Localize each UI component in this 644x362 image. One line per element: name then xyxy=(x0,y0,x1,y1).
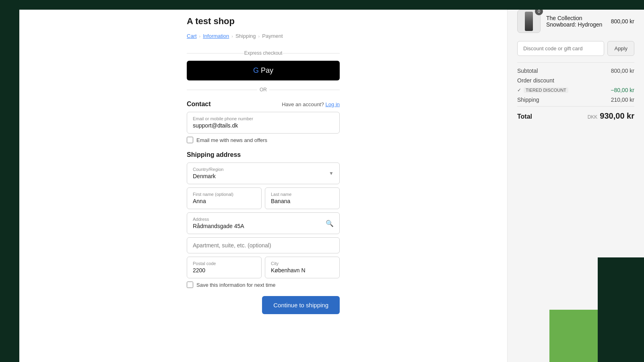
address-input[interactable] xyxy=(193,223,326,229)
first-name-field[interactable]: First name (optional) xyxy=(187,187,262,209)
gpay-g-letter: G xyxy=(253,66,259,75)
address-field[interactable]: Address 🔍 xyxy=(187,212,340,234)
city-field[interactable]: City xyxy=(265,257,340,278)
product-price: 800,00 kr xyxy=(611,18,634,25)
address-field-content: Address xyxy=(193,217,326,230)
shipping-label: Shipping xyxy=(517,97,539,103)
city-label: City xyxy=(271,261,334,266)
discount-row: Apply xyxy=(517,41,634,56)
search-icon: 🔍 xyxy=(326,220,334,227)
shipping-section-header: Shipping address xyxy=(187,151,340,158)
city-input[interactable] xyxy=(271,267,334,274)
shipping-value: 210,00 kr xyxy=(611,97,634,103)
postal-code-field[interactable]: Postal code xyxy=(187,257,262,278)
total-amount-wrap: DKK 930,00 kr xyxy=(588,111,634,121)
country-field[interactable]: Country/Region Denmark ▼ xyxy=(187,162,340,184)
apartment-field[interactable] xyxy=(187,237,340,253)
product-info: The Collection Snowboard: Hydrogen xyxy=(546,15,605,28)
breadcrumb-payment: Payment xyxy=(262,33,283,39)
first-name-input[interactable] xyxy=(193,198,256,204)
contact-section-header: Contact Have an account? Log in xyxy=(187,101,340,108)
breadcrumb-sep-3: › xyxy=(258,34,260,39)
total-label: Total xyxy=(517,113,532,120)
postal-city-row: Postal code City xyxy=(187,257,340,278)
login-prompt: Have an account? Log in xyxy=(282,101,340,107)
email-label: Email or mobile phone number xyxy=(193,116,334,121)
corner-dark-accent xyxy=(598,257,644,362)
apartment-input[interactable] xyxy=(193,242,334,249)
email-input[interactable] xyxy=(193,122,334,129)
address-label: Address xyxy=(193,217,326,222)
shop-title: A test shop xyxy=(187,16,340,27)
discount-name-row: ✓ TIERED DISCOUNT −80,00 kr xyxy=(517,87,634,93)
login-link[interactable]: Log in xyxy=(326,101,340,107)
breadcrumb: Cart › Information › Shipping › Payment xyxy=(187,33,340,39)
total-divider xyxy=(517,106,634,107)
total-currency: DKK xyxy=(588,114,598,120)
breadcrumb-shipping: Shipping xyxy=(235,33,256,39)
last-name-field[interactable]: Last name xyxy=(265,187,340,209)
save-info-label: Save this information for next time xyxy=(196,282,276,288)
gpay-pay-text: Pay xyxy=(261,66,273,75)
first-name-label: First name (optional) xyxy=(193,192,256,197)
left-bar xyxy=(0,0,19,362)
subtotal-row: Subtotal 800,00 kr xyxy=(517,68,634,74)
postal-code-label: Postal code xyxy=(193,261,256,266)
save-info-checkbox[interactable] xyxy=(187,282,193,288)
express-checkout-label: Express checkout xyxy=(187,50,340,56)
continue-button[interactable]: Continue to shipping xyxy=(262,296,340,314)
total-amount: 930,00 kr xyxy=(600,111,634,121)
continue-btn-row: Continue to shipping xyxy=(187,296,340,314)
email-checkbox[interactable] xyxy=(187,137,193,143)
country-label: Country/Region xyxy=(193,167,334,172)
summary-divider xyxy=(517,62,634,63)
breadcrumb-information[interactable]: Information xyxy=(203,33,229,39)
last-name-label: Last name xyxy=(271,192,334,197)
subtotal-value: 800,00 kr xyxy=(611,68,634,74)
gpay-button[interactable]: G Pay xyxy=(187,61,340,80)
discount-amount: −80,00 kr xyxy=(611,87,634,93)
discount-name-label: ✓ TIERED DISCOUNT xyxy=(517,87,568,93)
country-select[interactable]: Denmark xyxy=(193,173,334,179)
breadcrumb-sep-1: › xyxy=(199,34,201,39)
product-image-inner xyxy=(525,12,533,31)
order-discount-label: Order discount xyxy=(517,77,554,84)
shipping-section-title: Shipping address xyxy=(187,151,241,158)
checkout-area: A test shop Cart › Information › Shippin… xyxy=(19,0,507,362)
order-discount-row: Order discount xyxy=(517,77,634,84)
or-divider: OR xyxy=(187,87,340,93)
product-image-wrap: 0 xyxy=(517,10,541,33)
breadcrumb-cart[interactable]: Cart xyxy=(187,33,197,39)
discount-input[interactable] xyxy=(517,41,604,56)
name-row: First name (optional) Last name xyxy=(187,187,340,209)
top-bar xyxy=(0,0,644,10)
contact-section-title: Contact xyxy=(187,101,211,108)
last-name-input[interactable] xyxy=(271,198,334,204)
checkout-content: A test shop Cart › Information › Shippin… xyxy=(187,16,340,346)
email-field[interactable]: Email or mobile phone number xyxy=(187,112,340,134)
gpay-icon: G Pay xyxy=(253,66,273,75)
shipping-row: Shipping 210,00 kr xyxy=(517,97,634,103)
discount-tag: TIERED DISCOUNT xyxy=(524,87,568,93)
postal-code-input[interactable] xyxy=(193,267,256,274)
email-checkbox-label: Email me with news and offers xyxy=(196,137,267,143)
subtotal-label: Subtotal xyxy=(517,68,538,74)
total-row: Total DKK 930,00 kr xyxy=(517,111,634,121)
product-name: The Collection Snowboard: Hydrogen xyxy=(546,15,605,28)
save-info-row: Save this information for next time xyxy=(187,282,340,288)
email-checkbox-row: Email me with news and offers xyxy=(187,137,340,143)
corner-green-accent xyxy=(549,310,598,362)
breadcrumb-sep-2: › xyxy=(231,34,233,39)
apply-button[interactable]: Apply xyxy=(607,41,634,56)
product-row: 0 The Collection Snowboard: Hydrogen 800… xyxy=(517,10,634,33)
